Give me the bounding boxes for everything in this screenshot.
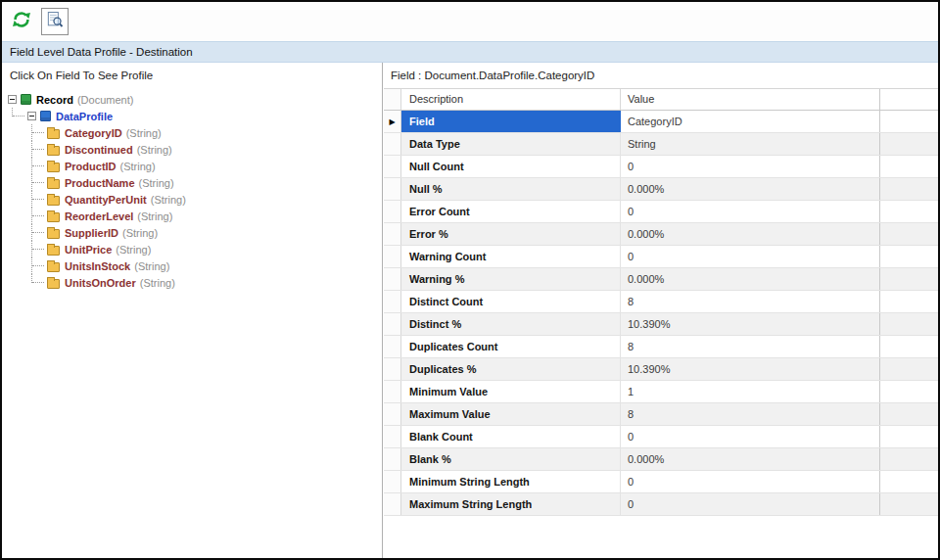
grid-row[interactable]: Blank Count 0 — [384, 426, 938, 448]
folder-icon — [47, 279, 60, 289]
tree-field-label: ProductID — [65, 161, 117, 172]
tree-connector — [27, 141, 47, 158]
tree-field-row[interactable]: Discontinued (String) — [8, 141, 382, 158]
tree-node-record[interactable]: Record (Document) — [8, 91, 382, 108]
row-selector-cell — [384, 493, 401, 515]
refresh-button[interactable] — [8, 8, 35, 35]
tree-indent — [8, 158, 27, 174]
description-cell: Null % — [401, 178, 621, 200]
tree-field-row[interactable]: ProductID (String) — [8, 158, 382, 174]
grid-row[interactable]: Null % 0.000% — [384, 178, 938, 201]
grid-row[interactable]: Distinct % 10.390% — [384, 313, 938, 336]
tree-field-label: UnitPrice — [65, 244, 112, 256]
tree-field-type: (String) — [151, 194, 186, 206]
folder-icon — [47, 246, 60, 256]
tree-field-row[interactable]: CategoryID (String) — [8, 124, 382, 141]
folder-icon — [47, 146, 60, 156]
row-selector-cell — [384, 178, 401, 200]
value-cell: String — [621, 133, 880, 155]
grid-row[interactable]: Data Type String — [384, 133, 938, 156]
tree-field-row[interactable]: QuantityPerUnit (String) — [8, 191, 382, 208]
value-cell: 0 — [621, 493, 880, 515]
tree-connector — [27, 257, 47, 274]
content-area: Click On Field To See Profile Record (Do… — [2, 63, 938, 558]
tree-field-type: (String) — [120, 161, 156, 172]
folder-icon — [47, 129, 60, 139]
profile-viewer-button[interactable] — [41, 8, 69, 35]
description-cell: Minimum String Length — [401, 471, 621, 492]
tree-indent — [8, 208, 27, 224]
grid-row[interactable]: Duplicates % 10.390% — [384, 358, 938, 381]
grid-row[interactable]: Duplicates Count 8 — [384, 336, 938, 358]
tree-field-type: (String) — [137, 210, 172, 222]
description-column-header[interactable]: Description — [401, 89, 621, 110]
description-cell: Minimum Value — [401, 381, 621, 402]
tree-indent — [8, 241, 27, 257]
collapse-toggle-icon[interactable] — [27, 112, 36, 120]
description-cell: Field — [401, 111, 621, 132]
grid-row[interactable]: Maximum String Length 0 — [384, 493, 938, 516]
grid-row[interactable]: Warning Count 0 — [384, 246, 938, 268]
panel-title-bar: Field Level Data Profile - Destination — [2, 41, 938, 63]
grid-row[interactable]: Maximum Value 8 — [384, 403, 938, 426]
grid-body: ▶ Field CategoryID Data Type String Null… — [384, 111, 938, 516]
tree-node-dataprofile[interactable]: DataProfile — [8, 108, 382, 124]
value-cell: 8 — [621, 336, 880, 357]
tree-connector — [8, 108, 27, 124]
grid-row[interactable]: Null Count 0 — [384, 156, 938, 178]
tree-field-type: (String) — [122, 227, 158, 239]
tree-field-row[interactable]: ProductName (String) — [8, 174, 382, 191]
grid-header-row: Description Value — [384, 89, 938, 111]
tree-field-row[interactable]: SupplierID (String) — [8, 224, 382, 241]
grid-row[interactable]: Distinct Count 8 — [384, 291, 938, 313]
tree-connector — [27, 124, 47, 141]
value-cell: 8 — [621, 291, 880, 312]
tree-field-row[interactable]: UnitPrice (String) — [8, 241, 382, 257]
toolbar — [2, 2, 938, 41]
grid-row[interactable]: Minimum String Length 0 — [384, 471, 938, 493]
description-cell: Distinct Count — [401, 291, 621, 312]
tree-field-list: CategoryID (String) Discontinued (String… — [8, 124, 382, 291]
row-selector-cell — [384, 133, 401, 155]
tree-field-row[interactable]: UnitsOnOrder (String) — [8, 274, 382, 291]
dataprofile-icon — [40, 111, 51, 121]
collapse-toggle-icon[interactable] — [8, 95, 17, 104]
tree-field-row[interactable]: ReorderLevel (String) — [8, 208, 382, 224]
folder-icon — [47, 179, 60, 189]
grid-panel-header: Field : Document.DataProfile.CategoryID — [383, 63, 938, 88]
description-cell: Duplicates % — [401, 358, 621, 380]
tree-record-label: Record — [36, 94, 73, 106]
tree-panel-header: Click On Field To See Profile — [2, 63, 382, 88]
tree-connector — [27, 174, 47, 191]
value-cell: 0 — [621, 471, 880, 492]
tree-indent — [8, 191, 27, 208]
value-cell: 0.000% — [621, 178, 880, 200]
tree-field-row[interactable]: UnitsInStock (String) — [8, 257, 382, 274]
grid-row[interactable]: Error % 0.000% — [384, 223, 938, 246]
tree-field-label: QuantityPerUnit — [65, 194, 147, 206]
grid-row[interactable]: ▶ Field CategoryID — [384, 111, 938, 133]
value-column-header[interactable]: Value — [621, 89, 880, 110]
tree-field-type: (String) — [137, 144, 172, 156]
row-selector-cell — [384, 291, 401, 312]
description-cell: Blank Count — [401, 426, 621, 447]
grid-row[interactable]: Warning % 0.000% — [384, 268, 938, 291]
grid-row[interactable]: Error Count 0 — [384, 201, 938, 223]
row-selector-cell — [384, 268, 401, 290]
grid-row[interactable]: Minimum Value 1 — [384, 381, 938, 403]
tree-indent — [8, 257, 27, 274]
profile-grid: Description Value ▶ Field CategoryID Dat… — [384, 88, 938, 516]
profile-grid-panel: Field : Document.DataProfile.CategoryID … — [383, 63, 938, 558]
folder-icon — [47, 262, 60, 272]
tree-connector — [27, 191, 47, 208]
tree-indent — [8, 224, 27, 241]
record-icon — [21, 94, 31, 105]
tree-connector — [27, 224, 47, 241]
description-cell: Distinct % — [401, 313, 621, 335]
folder-icon — [47, 196, 60, 206]
tree-field-type: (String) — [126, 127, 162, 139]
folder-icon — [47, 163, 60, 172]
row-selector-cell — [384, 358, 401, 380]
grid-row[interactable]: Blank % 0.000% — [384, 448, 938, 471]
tree-indent — [8, 124, 27, 141]
